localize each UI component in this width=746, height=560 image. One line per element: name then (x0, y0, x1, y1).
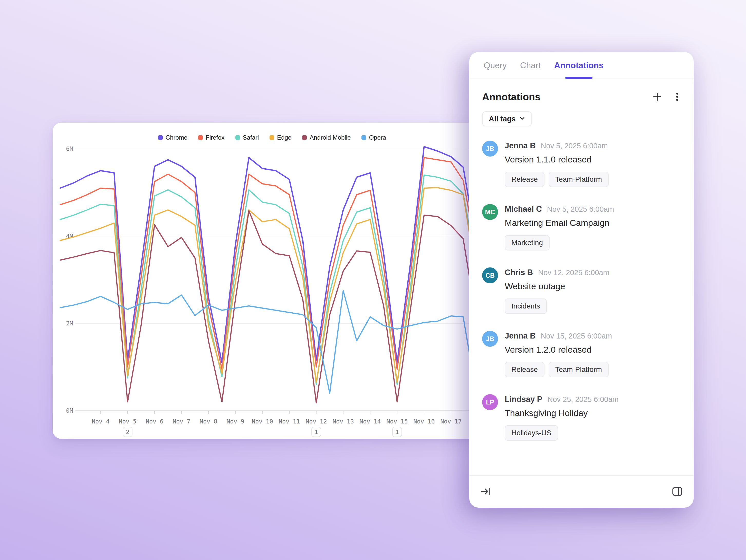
annotation-meta: Lindsay PNov 25, 2025 6:00am (505, 395, 619, 404)
layout-panel-button[interactable] (671, 485, 683, 498)
legend-item-edge[interactable]: Edge (269, 134, 291, 141)
tag-badge: Team-Platform (549, 362, 609, 377)
tab-chart[interactable]: Chart (520, 52, 541, 79)
svg-text:2M: 2M (66, 320, 73, 327)
legend-label: Opera (369, 134, 386, 141)
svg-text:0M: 0M (66, 407, 73, 414)
arrow-to-bar-icon (480, 485, 492, 498)
annotation-item[interactable]: MCMichael CNov 5, 2025 6:00amMarketing E… (482, 204, 683, 250)
annotation-meta: Jenna BNov 15, 2025 6:00am (505, 331, 612, 341)
annotation-meta: Chris BNov 12, 2025 6:00am (505, 268, 609, 277)
svg-text:Nov 7: Nov 7 (173, 418, 190, 425)
annotation-title: Version 1.2.0 released (505, 345, 612, 355)
split-panel-icon (671, 485, 683, 498)
legend-swatch-icon (198, 135, 203, 140)
kebab-icon (671, 91, 683, 103)
add-annotation-button[interactable] (651, 91, 663, 103)
annotation-item[interactable]: JBJenna BNov 5, 2025 6:00amVersion 1.1.0… (482, 141, 683, 187)
tag-badge: Holidays-US (505, 425, 558, 441)
annotation-author: Chris B (505, 268, 533, 277)
legend-item-safari[interactable]: Safari (235, 134, 259, 141)
annotation-title: Website outage (505, 281, 609, 291)
legend-item-chrome[interactable]: Chrome (158, 134, 188, 141)
annotation-tags: ReleaseTeam-Platform (505, 172, 609, 187)
svg-text:Nov 12: Nov 12 (306, 418, 327, 425)
plus-icon (652, 91, 663, 103)
tag-filter-label: All tags (489, 115, 516, 123)
annotation-tags: Marketing (505, 235, 614, 250)
legend-label: Firefox (206, 134, 224, 141)
annotation-title: Version 1.1.0 released (505, 154, 609, 165)
avatar: JB (482, 141, 498, 156)
legend-item-firefox[interactable]: Firefox (198, 134, 224, 141)
tag-filter-dropdown[interactable]: All tags (482, 111, 532, 126)
annotation-title: Thanksgiving Holiday (505, 408, 619, 418)
panel-tabs: Query Chart Annotations (469, 52, 694, 79)
tab-query[interactable]: Query (484, 52, 507, 79)
annotation-timestamp: Nov 25, 2025 6:00am (547, 395, 619, 404)
tag-badge: Team-Platform (549, 172, 609, 187)
svg-text:1: 1 (395, 429, 399, 435)
svg-text:Nov 17: Nov 17 (440, 418, 462, 425)
collapse-panel-button[interactable] (480, 485, 492, 498)
more-options-button[interactable] (671, 91, 683, 103)
legend-swatch-icon (362, 135, 366, 140)
tag-badge: Release (505, 362, 544, 377)
annotation-title: Marketing Email Campaign (505, 218, 614, 228)
legend-swatch-icon (235, 135, 240, 140)
annotation-tags: Holidays-US (505, 425, 619, 441)
legend-item-opera[interactable]: Opera (362, 134, 386, 141)
annotation-tags: ReleaseTeam-Platform (505, 362, 612, 377)
avatar: LP (482, 394, 498, 410)
avatar: MC (482, 204, 498, 220)
chart-legend: ChromeFirefoxSafariEdgeAndroid MobileOpe… (53, 134, 492, 141)
panel-footer (469, 475, 694, 508)
legend-swatch-icon (158, 135, 163, 140)
legend-label: Android Mobile (310, 134, 351, 141)
svg-text:Nov 15: Nov 15 (386, 418, 408, 425)
annotation-body: Jenna BNov 5, 2025 6:00amVersion 1.1.0 r… (505, 141, 609, 187)
legend-label: Safari (243, 134, 259, 141)
line-chart[interactable]: 0M2M4M6MNov 4Nov 5Nov 6Nov 7Nov 8Nov 9No… (53, 123, 492, 439)
legend-swatch-icon (269, 135, 274, 140)
annotation-item[interactable]: LPLindsay PNov 25, 2025 6:00amThanksgivi… (482, 394, 683, 441)
svg-text:6M: 6M (66, 146, 73, 152)
svg-text:1: 1 (314, 429, 318, 435)
annotation-body: Michael CNov 5, 2025 6:00amMarketing Ema… (505, 204, 614, 250)
annotation-meta: Jenna BNov 5, 2025 6:00am (505, 141, 609, 150)
annotation-timestamp: Nov 12, 2025 6:00am (538, 268, 609, 277)
tag-badge: Marketing (505, 235, 550, 250)
annotation-body: Chris BNov 12, 2025 6:00amWebsite outage… (505, 267, 609, 314)
chart-card: 0M2M4M6MNov 4Nov 5Nov 6Nov 7Nov 8Nov 9No… (53, 123, 492, 439)
annotation-list: JBJenna BNov 5, 2025 6:00amVersion 1.1.0… (482, 141, 683, 441)
annotation-timestamp: Nov 5, 2025 6:00am (541, 142, 608, 150)
legend-label: Edge (277, 134, 291, 141)
svg-text:Nov 5: Nov 5 (119, 418, 136, 425)
annotation-timestamp: Nov 5, 2025 6:00am (547, 205, 614, 213)
legend-swatch-icon (302, 135, 307, 140)
annotation-author: Jenna B (505, 141, 536, 150)
tag-badge: Incidents (505, 298, 547, 314)
annotation-tags: Incidents (505, 298, 609, 314)
svg-text:Nov 6: Nov 6 (146, 418, 163, 425)
legend-label: Chrome (166, 134, 188, 141)
annotation-author: Michael C (505, 205, 542, 214)
annotation-item[interactable]: CBChris BNov 12, 2025 6:00amWebsite outa… (482, 267, 683, 314)
annotation-author: Jenna B (505, 331, 536, 341)
svg-text:Nov 8: Nov 8 (199, 418, 217, 425)
avatar: CB (482, 267, 498, 283)
svg-text:Nov 14: Nov 14 (360, 418, 381, 425)
tab-annotations[interactable]: Annotations (554, 52, 604, 79)
annotation-item[interactable]: JBJenna BNov 15, 2025 6:00amVersion 1.2.… (482, 331, 683, 377)
annotation-timestamp: Nov 15, 2025 6:00am (541, 332, 612, 340)
svg-text:Nov 13: Nov 13 (333, 418, 354, 425)
svg-text:Nov 9: Nov 9 (226, 418, 244, 425)
annotation-body: Lindsay PNov 25, 2025 6:00amThanksgiving… (505, 394, 619, 441)
legend-item-android-mobile[interactable]: Android Mobile (302, 134, 351, 141)
svg-text:Nov 11: Nov 11 (279, 418, 300, 425)
svg-text:Nov 10: Nov 10 (252, 418, 273, 425)
tag-badge: Release (505, 172, 544, 187)
annotation-meta: Michael CNov 5, 2025 6:00am (505, 205, 614, 214)
svg-text:Nov 16: Nov 16 (413, 418, 435, 425)
page-title: Annotations (482, 91, 643, 102)
